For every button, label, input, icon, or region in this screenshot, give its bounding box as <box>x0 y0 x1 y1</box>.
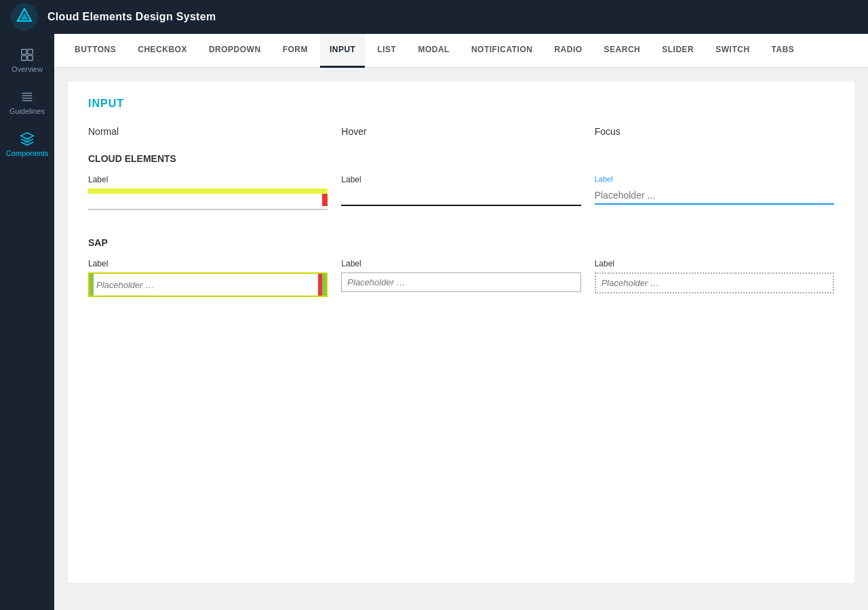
top-header: Cloud Elements Design System <box>0 0 868 34</box>
cube-icon <box>20 131 35 146</box>
red-indicator <box>322 194 328 206</box>
ce-hover-input-wrapper <box>341 188 580 206</box>
sap-divider-label: SAP <box>88 237 834 248</box>
sap-normal-input-wrapper <box>88 272 328 297</box>
app-title: Cloud Elements Design System <box>47 11 216 23</box>
tab-nav: BUTTONS CHECKBOX DROPDOWN FORM INPUT LIS… <box>54 34 868 68</box>
sidebar-components-label: Components <box>6 149 48 157</box>
ce-input-row: Label Label <box>88 175 834 210</box>
tab-buttons[interactable]: BUTTONS <box>65 34 125 68</box>
sidebar-item-guidelines[interactable]: Guidelines <box>0 81 54 123</box>
section-title: INPUT <box>88 98 834 110</box>
ce-normal-group: Label <box>88 175 328 210</box>
page-content: INPUT Normal Hover Focus CLOUD ELEMENTS … <box>54 68 868 610</box>
sap-focus-group: Label <box>595 259 834 297</box>
ce-focus-group: Label <box>595 175 834 210</box>
sap-hover-group: Label <box>341 259 580 297</box>
state-labels-row: Normal Hover Focus <box>88 126 834 137</box>
sap-normal-input[interactable] <box>94 276 318 294</box>
sap-hover-input-wrapper <box>341 272 580 292</box>
state-label-hover: Hover <box>341 126 580 137</box>
ce-focus-input[interactable] <box>595 187 834 203</box>
sidebar-item-overview[interactable]: Overview <box>0 39 54 81</box>
ce-hover-label: Label <box>341 175 580 184</box>
content-card: INPUT Normal Hover Focus CLOUD ELEMENTS … <box>68 81 854 583</box>
state-label-focus: Focus <box>595 126 834 137</box>
sidebar-item-components[interactable]: Components <box>0 123 54 165</box>
ce-normal-input[interactable] <box>88 188 328 209</box>
tab-modal[interactable]: MODAL <box>408 34 459 68</box>
sap-focus-input[interactable] <box>596 274 833 292</box>
logo-icon <box>11 3 38 30</box>
tab-notification[interactable]: NOTIFICATION <box>462 34 542 68</box>
ce-divider-label: CLOUD ELEMENTS <box>88 153 834 164</box>
svg-rect-3 <box>22 49 26 54</box>
tab-radio[interactable]: RADIO <box>545 34 591 68</box>
tab-search[interactable]: SEARCH <box>595 34 650 68</box>
sap-hover-label: Label <box>341 259 580 268</box>
sap-input-row: Label Label <box>88 259 834 297</box>
sap-normal-label: Label <box>88 259 328 268</box>
svg-rect-5 <box>22 56 26 60</box>
tab-form[interactable]: FORM <box>273 34 317 68</box>
tab-switch[interactable]: SWITCH <box>706 34 759 68</box>
grid-icon <box>20 47 35 62</box>
sap-focus-label: Label <box>595 259 834 268</box>
svg-rect-11 <box>24 138 29 142</box>
sidebar: Overview Guidelines Components <box>0 34 54 610</box>
main-layout: Overview Guidelines Components BUTTON <box>0 34 868 610</box>
tab-slider[interactable]: SLIDER <box>652 34 703 68</box>
ce-normal-label: Label <box>88 175 328 184</box>
sap-right-green-bar <box>322 274 326 296</box>
sap-hover-input[interactable] <box>342 273 580 291</box>
tab-checkbox[interactable]: CHECKBOX <box>128 34 197 68</box>
tab-list[interactable]: LIST <box>368 34 406 68</box>
ce-focus-label: Label <box>595 175 834 183</box>
sidebar-overview-label: Overview <box>12 65 43 73</box>
content-area: BUTTONS CHECKBOX DROPDOWN FORM INPUT LIS… <box>54 34 868 610</box>
list-icon <box>20 89 35 104</box>
sap-focus-input-wrapper <box>595 272 834 293</box>
ce-hover-input[interactable] <box>341 188 580 205</box>
svg-rect-4 <box>28 49 33 54</box>
tab-tabs[interactable]: TABS <box>762 34 804 68</box>
ce-focus-input-wrapper <box>595 187 834 205</box>
ce-normal-input-wrapper <box>88 188 328 210</box>
ce-hover-group: Label <box>341 175 580 210</box>
svg-rect-6 <box>28 56 33 60</box>
sap-normal-group: Label <box>88 259 328 297</box>
sidebar-guidelines-label: Guidelines <box>9 107 45 115</box>
state-label-normal: Normal <box>88 126 328 137</box>
tab-dropdown[interactable]: DROPDOWN <box>199 34 271 68</box>
tab-input[interactable]: INPUT <box>320 34 366 68</box>
